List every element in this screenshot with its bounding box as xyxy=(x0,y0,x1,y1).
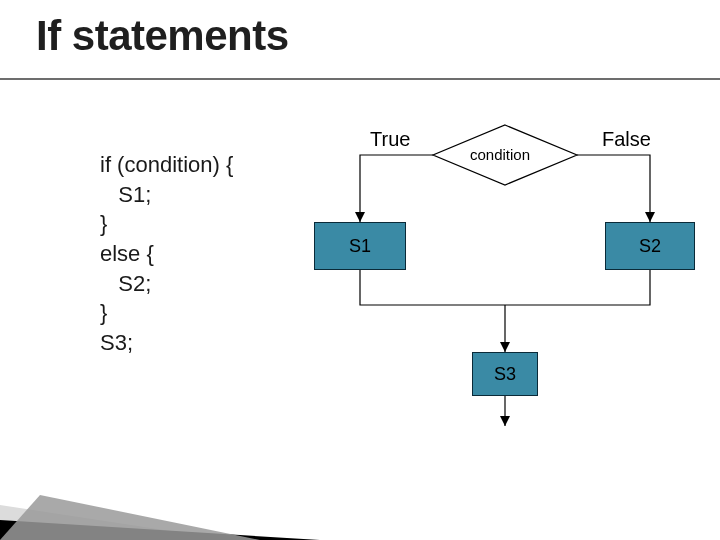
flowchart: True False condition S1 xyxy=(320,130,700,450)
code-line: else { xyxy=(100,239,233,269)
s3-text: S3 xyxy=(494,364,516,385)
s3-box: S3 xyxy=(472,352,538,396)
svg-marker-2 xyxy=(645,212,655,222)
code-line: S1; xyxy=(100,180,233,210)
svg-marker-7 xyxy=(0,495,260,540)
code-line: } xyxy=(100,298,233,328)
s1-box: S1 xyxy=(314,222,406,270)
s2-text: S2 xyxy=(639,236,661,257)
title-underline xyxy=(0,78,720,80)
s2-box: S2 xyxy=(605,222,695,270)
s1-text: S1 xyxy=(349,236,371,257)
code-line: } xyxy=(100,209,233,239)
svg-marker-5 xyxy=(0,505,230,540)
svg-marker-4 xyxy=(500,416,510,426)
code-line: S3; xyxy=(100,328,233,358)
svg-marker-3 xyxy=(500,342,510,352)
slide: If statements if (condition) { S1; } els… xyxy=(0,0,720,540)
slide-decoration xyxy=(0,450,720,540)
flow-lines xyxy=(320,130,700,450)
page-title: If statements xyxy=(36,12,289,60)
svg-marker-1 xyxy=(355,212,365,222)
code-block: if (condition) { S1; } else { S2; } S3; xyxy=(100,150,233,358)
code-line: S2; xyxy=(100,269,233,299)
code-line: if (condition) { xyxy=(100,150,233,180)
svg-marker-6 xyxy=(0,520,320,540)
